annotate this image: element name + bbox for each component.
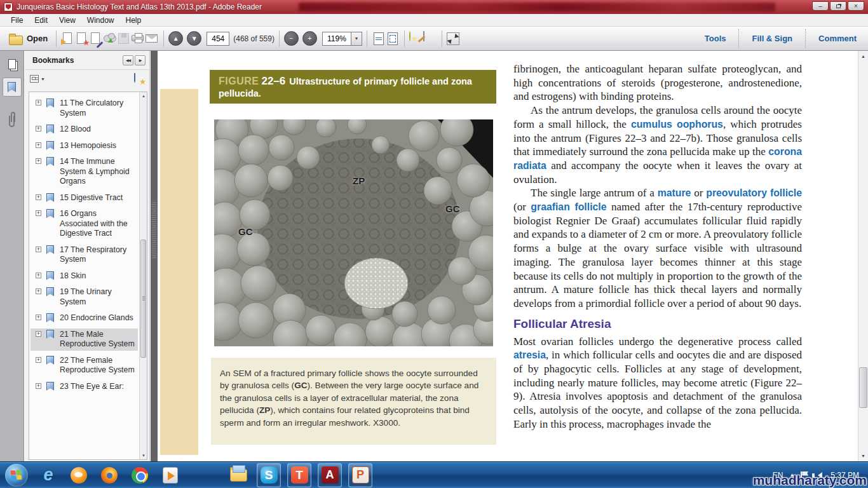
next-page-button[interactable]: ▼: [187, 31, 201, 46]
collapse-panel-button[interactable]: ◀◀: [123, 55, 133, 65]
bookmark-item[interactable]: +14 The Immune System & Lymphoid Organs: [31, 156, 138, 188]
document-scrollbar-thumb[interactable]: [859, 367, 867, 408]
fill-sign-button[interactable]: [423, 32, 437, 46]
bookmark-icon: [46, 330, 54, 339]
menu-edit[interactable]: Edit: [29, 15, 53, 26]
bookmarks-tab[interactable]: [3, 78, 22, 97]
expand-icon[interactable]: +: [36, 194, 41, 200]
expand-icon[interactable]: +: [36, 247, 41, 252]
expand-icon[interactable]: +: [36, 273, 41, 278]
bookmark-item[interactable]: +20 Endocrine Glands: [31, 312, 138, 325]
bookmark-icon: [46, 356, 54, 365]
expand-icon[interactable]: +: [36, 357, 41, 363]
document-scrollbar[interactable]: ▲ ▼: [858, 51, 868, 461]
open-button[interactable]: Open: [5, 30, 51, 48]
panel-splitter[interactable]: [151, 51, 158, 461]
adobe-reader-icon: A: [322, 466, 339, 484]
chrome-icon[interactable]: [128, 463, 152, 487]
export-document-button[interactable]: [75, 32, 89, 46]
powerpoint-icon: P: [352, 466, 369, 484]
menu-file[interactable]: File: [5, 15, 29, 26]
fit-width-button[interactable]: [374, 32, 384, 45]
bookmark-item[interactable]: +16 Organs Associated with the Digestive…: [31, 208, 138, 240]
save-button[interactable]: [117, 32, 131, 46]
bookmark-item[interactable]: +22 The Female Reproductive System: [31, 355, 138, 377]
bookmark-item[interactable]: +19 The Urinary System: [31, 286, 138, 308]
bookmark-label: 17 The Respiratory System: [60, 245, 126, 264]
windows-explorer-icon[interactable]: [226, 463, 250, 487]
bookmark-item[interactable]: +15 Digestive Tract: [31, 192, 138, 205]
bookmark-label: 19 The Urinary System: [60, 287, 112, 306]
expand-icon[interactable]: +: [36, 100, 41, 105]
menu-window[interactable]: Window: [81, 15, 120, 26]
scroll-up-icon[interactable]: ▲: [140, 92, 147, 100]
page-number-input[interactable]: [207, 32, 229, 46]
media-player-icon[interactable]: [158, 463, 182, 487]
print-button[interactable]: [131, 32, 145, 46]
powerpoint-taskbar-button[interactable]: P: [348, 463, 372, 487]
internet-explorer-icon[interactable]: e: [36, 463, 60, 487]
zoom-in-button[interactable]: +: [302, 31, 317, 46]
body-text-column: fibrinogen, the anticoagulant heparan su…: [513, 62, 802, 431]
figure-number: 22–6: [261, 75, 285, 87]
scroll-down-icon[interactable]: ▼: [858, 451, 868, 461]
adobe-reader-taskbar-button[interactable]: A: [318, 463, 342, 487]
bookmark-item[interactable]: +17 The Respiratory System: [31, 244, 138, 266]
fit-page-button[interactable]: [388, 32, 398, 45]
bookmark-item[interactable]: +12 Blood: [31, 123, 138, 136]
close-button[interactable]: ×: [848, 1, 864, 11]
bookmark-item[interactable]: +13 Hemopoiesis: [31, 140, 138, 152]
tab-fill-sign[interactable]: Fill & Sign: [745, 30, 799, 47]
upload-cloud-button[interactable]: [103, 32, 117, 46]
bookmarks-scrollbar-thumb[interactable]: [140, 240, 146, 358]
expand-icon[interactable]: +: [36, 383, 41, 389]
expand-icon[interactable]: +: [36, 331, 41, 337]
expand-icon[interactable]: +: [36, 288, 41, 294]
skype-taskbar-button[interactable]: S: [257, 463, 281, 487]
tab-comment[interactable]: Comment: [812, 30, 863, 47]
firefox-icon[interactable]: [97, 463, 121, 487]
bookmark-item[interactable]: +23 The Eye & Ear:: [31, 381, 138, 393]
restore-button[interactable]: [830, 1, 846, 11]
start-button[interactable]: [5, 464, 28, 487]
bookmark-label: 15 Digestive Tract: [60, 193, 123, 202]
expand-icon[interactable]: +: [36, 210, 41, 216]
attachments-tab[interactable]: [3, 112, 22, 131]
previous-page-button[interactable]: ▲: [168, 31, 183, 46]
email-button[interactable]: [145, 32, 159, 46]
figure-label: FIGURE: [219, 76, 259, 86]
bookmark-label: 23 The Eye & Ear:: [60, 382, 124, 391]
zoom-dropdown-button[interactable]: ▼: [351, 32, 362, 46]
label-granulosa-left: GC: [238, 226, 253, 237]
bookmark-label: 18 Skin: [60, 271, 86, 280]
bookmarks-list: +11 The Circulatory System +12 Blood +13…: [29, 93, 139, 459]
zoom-out-button[interactable]: −: [284, 31, 299, 46]
new-bookmark-button[interactable]: [134, 74, 144, 84]
scroll-down-icon[interactable]: ▼: [140, 452, 147, 459]
page-thumbnails-tab[interactable]: [3, 55, 22, 74]
tab-tools[interactable]: Tools: [698, 30, 733, 47]
expand-icon[interactable]: +: [36, 158, 41, 164]
tango-icon: T: [291, 466, 308, 484]
expand-icon[interactable]: +: [36, 315, 41, 320]
scroll-up-icon[interactable]: ▲: [858, 51, 868, 61]
gom-player-icon[interactable]: [67, 463, 91, 487]
bookmarks-options-button[interactable]: ▼: [30, 75, 45, 83]
bookmarks-panel-header: Bookmarks ◀◀ ▶: [25, 51, 149, 70]
expand-panel-button[interactable]: ▶: [135, 55, 146, 65]
tango-taskbar-button[interactable]: T: [287, 463, 311, 487]
paragraph: The single large antrum of a mature or p…: [513, 186, 802, 310]
fullscreen-button[interactable]: [447, 32, 459, 45]
sign-document-button[interactable]: [89, 32, 103, 46]
share-document-button[interactable]: [61, 32, 75, 46]
expand-icon[interactable]: +: [36, 126, 41, 132]
bookmark-item[interactable]: +18 Skin: [31, 270, 138, 283]
bookmark-item-selected[interactable]: +21 The Male Reproductive System: [31, 329, 138, 351]
bookmarks-scrollbar[interactable]: ▲ ▼: [139, 92, 147, 459]
menu-help[interactable]: Help: [120, 15, 147, 26]
minimize-button[interactable]: –: [812, 1, 829, 11]
menu-view[interactable]: View: [53, 15, 81, 26]
bookmark-item[interactable]: +11 The Circulatory System: [31, 97, 138, 119]
zoom-level-value[interactable]: 119%: [322, 32, 351, 46]
expand-icon[interactable]: +: [36, 142, 41, 148]
